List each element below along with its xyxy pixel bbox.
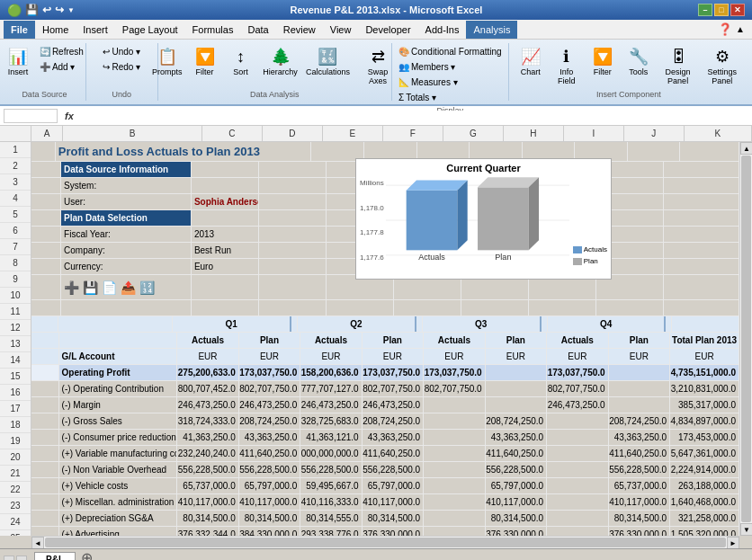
cell-3J[interactable] [664, 178, 739, 193]
scroll-left-button[interactable]: ◄ [31, 537, 44, 548]
cell-15F[interactable]: 802,707,750.0 [363, 381, 424, 396]
col-header-H[interactable]: H [504, 126, 564, 141]
plus-tool-icon[interactable]: ➕ [64, 280, 79, 295]
cell-10C[interactable] [192, 300, 259, 316]
cell-2C[interactable] [192, 162, 259, 177]
cell-9A[interactable] [31, 275, 61, 299]
cell-23H[interactable]: 80,314,500.0 [486, 511, 547, 526]
cell-13K[interactable]: EUR [670, 349, 739, 364]
cell-4B[interactable]: User: [61, 194, 192, 209]
cell-14G[interactable]: 1,173,037,750.0 [424, 365, 485, 380]
cell-11K[interactable] [672, 316, 739, 332]
cell-14C[interactable]: 1,275,200,633.0 [177, 365, 238, 380]
cell-16C[interactable]: 246,473,250.0 [177, 397, 238, 413]
cell-16D[interactable]: 246,473,250.0 [239, 397, 300, 413]
ribbon-btn-tools[interactable]: 🔧 Tools [622, 45, 655, 79]
cell-8A[interactable] [31, 259, 61, 274]
cell-1B[interactable]: Profit and Loss Actuals to Plan 2013 [56, 142, 312, 161]
menu-file[interactable]: File [4, 21, 35, 39]
cell-5C[interactable] [192, 210, 259, 226]
col-header-D[interactable]: D [263, 126, 323, 141]
cell-16I[interactable]: 246,473,250.0 [547, 397, 608, 413]
row-header-20[interactable]: 20 [0, 449, 31, 466]
cell-22A[interactable] [31, 494, 59, 510]
cell-10F[interactable] [394, 300, 461, 316]
cell-19D[interactable]: 1,411,640,250.0 [239, 446, 300, 461]
cell-3B[interactable]: System: [61, 178, 192, 193]
col-header-A[interactable]: A [31, 126, 63, 141]
cell-13J[interactable]: EUR [609, 349, 670, 364]
ribbon-btn-insert[interactable]: 📊 Insert [2, 45, 34, 79]
menu-data[interactable]: Data [240, 21, 275, 39]
cell-12H[interactable]: Plan [486, 333, 547, 348]
doc-tool-icon[interactable]: 📄 [102, 280, 117, 295]
cell-18J[interactable]: 43,363,250.0 [609, 430, 670, 445]
ribbon-btn-filter[interactable]: 🔽 Filter [189, 45, 221, 79]
cell-11B[interactable] [58, 316, 174, 332]
cell-3D[interactable] [259, 178, 327, 193]
cell-10J[interactable] [664, 300, 739, 316]
cell-23I[interactable] [547, 511, 608, 526]
cell-5B[interactable]: Plan Data Selection [61, 210, 192, 226]
cell-22I[interactable] [547, 494, 608, 510]
cell-24I[interactable] [547, 527, 608, 536]
cell-14I[interactable]: 1,173,037,750.0 [547, 365, 608, 380]
col-header-E[interactable]: E [323, 126, 383, 141]
quick-access-dropdown[interactable]: ▼ [67, 6, 75, 14]
row-header-19[interactable]: 19 [0, 433, 31, 449]
row-header-15[interactable]: 15 [0, 369, 31, 385]
cell-11A[interactable] [31, 316, 58, 332]
cell-13E[interactable]: EUR [300, 349, 362, 364]
close-button[interactable]: ✕ [730, 4, 745, 16]
cell-18C[interactable]: 41,363,250.0 [177, 430, 238, 445]
cell-17C[interactable]: -1,318,724,333.0 [177, 413, 238, 429]
cell-16B[interactable]: (-) Margin [59, 397, 178, 413]
row-header-16[interactable]: 16 [0, 385, 31, 401]
menu-home[interactable]: Home [35, 21, 76, 39]
cell-18K[interactable]: 173,453,000.0 [670, 430, 739, 445]
cell-19J[interactable]: 1,411,640,250.0 [609, 446, 670, 461]
col-header-I[interactable]: I [564, 126, 624, 141]
cell-19F[interactable]: 1,411,640,250.0 [363, 446, 424, 461]
new-sheet-button[interactable]: ⊕ [81, 549, 93, 560]
row-header-22[interactable]: 22 [0, 482, 31, 498]
menu-analysis[interactable]: Analysis [466, 21, 517, 39]
cell-15H[interactable] [486, 381, 547, 396]
cell-19I[interactable] [547, 446, 608, 461]
cell-23J[interactable]: 80,314,500.0 [609, 511, 670, 526]
cell-6D[interactable] [259, 227, 327, 242]
cell-16K[interactable]: 385,317,000.0 [670, 397, 739, 413]
cell-19C[interactable]: 1,232,240,240.0 [177, 446, 238, 461]
cell-1I[interactable] [628, 142, 681, 161]
cell-17B[interactable]: (-) Gross Sales [59, 413, 178, 429]
cell-11I[interactable]: Q4 [548, 316, 667, 332]
minimize-button[interactable]: – [698, 4, 712, 16]
cell-12I[interactable]: Actuals [547, 333, 608, 348]
minimize-ribbon-icon[interactable]: ▲ [736, 24, 745, 34]
cell-24D[interactable]: 384,330,000.0 [239, 527, 300, 536]
cell-17D[interactable]: -1,208,724,250.0 [239, 413, 300, 429]
quick-access-save[interactable]: 💾 [25, 4, 39, 16]
cell-16G[interactable] [424, 397, 485, 413]
ribbon-btn-sort[interactable]: ↕ Sort [225, 45, 257, 79]
cell-15K[interactable]: 3,210,831,000.0 [670, 381, 739, 396]
cell-17G[interactable] [424, 413, 485, 429]
col-header-F[interactable]: F [383, 126, 443, 141]
cell-17E[interactable]: -1,328,725,683.0 [300, 413, 362, 429]
scroll-right-button[interactable]: ► [727, 537, 739, 548]
menu-add-ins[interactable]: Add-Ins [418, 21, 467, 39]
cell-20D[interactable]: 556,228,500.0 [239, 462, 300, 477]
cell-6B[interactable]: Fiscal Year: [61, 227, 192, 242]
ribbon-btn-chart[interactable]: 📈 Chart [515, 45, 547, 79]
cell-17K[interactable]: -4,834,897,000.0 [670, 413, 739, 429]
row-header-6[interactable]: 6 [0, 223, 31, 239]
cell-12C[interactable]: Actuals [177, 333, 238, 348]
cell-24K[interactable]: 1,505,320,000.0 [670, 527, 739, 536]
chart-panel[interactable]: Current Quarter Millions 1,178.0 1,177.8… [355, 158, 612, 280]
row-header-23[interactable]: 23 [0, 498, 31, 514]
cell-15E[interactable]: 777,707,127.0 [300, 381, 362, 396]
cell-2D[interactable] [259, 162, 327, 177]
ribbon-btn-refresh[interactable]: 🔄 Refresh [36, 45, 87, 58]
cell-18I[interactable] [547, 430, 608, 445]
col-header-J[interactable]: J [624, 126, 685, 141]
